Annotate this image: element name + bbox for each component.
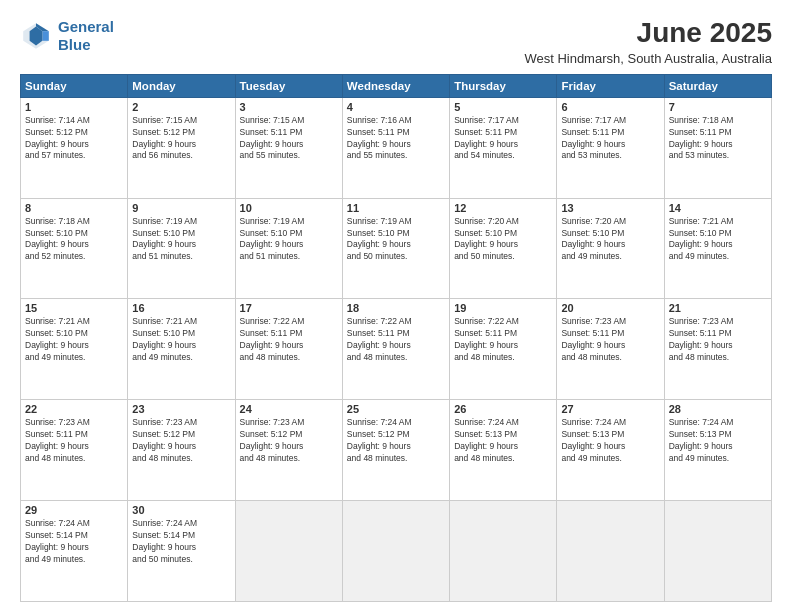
day-number: 19 [454, 302, 552, 314]
day-cell-28: 28Sunrise: 7:24 AM Sunset: 5:13 PM Dayli… [664, 400, 771, 501]
day-cell-26: 26Sunrise: 7:24 AM Sunset: 5:13 PM Dayli… [450, 400, 557, 501]
day-cell-24: 24Sunrise: 7:23 AM Sunset: 5:12 PM Dayli… [235, 400, 342, 501]
day-info: Sunrise: 7:21 AM Sunset: 5:10 PM Dayligh… [132, 316, 230, 364]
logo-line1: General [58, 18, 114, 35]
day-info: Sunrise: 7:24 AM Sunset: 5:13 PM Dayligh… [561, 417, 659, 465]
empty-cell [235, 501, 342, 602]
day-info: Sunrise: 7:21 AM Sunset: 5:10 PM Dayligh… [25, 316, 123, 364]
week-row-2: 8Sunrise: 7:18 AM Sunset: 5:10 PM Daylig… [21, 198, 772, 299]
day-info: Sunrise: 7:23 AM Sunset: 5:11 PM Dayligh… [669, 316, 767, 364]
header: General Blue June 2025 West Hindmarsh, S… [20, 18, 772, 66]
day-info: Sunrise: 7:15 AM Sunset: 5:11 PM Dayligh… [240, 115, 338, 163]
day-cell-13: 13Sunrise: 7:20 AM Sunset: 5:10 PM Dayli… [557, 198, 664, 299]
day-cell-7: 7Sunrise: 7:18 AM Sunset: 5:11 PM Daylig… [664, 97, 771, 198]
month-title: June 2025 [524, 18, 772, 49]
week-row-3: 15Sunrise: 7:21 AM Sunset: 5:10 PM Dayli… [21, 299, 772, 400]
day-number: 2 [132, 101, 230, 113]
day-info: Sunrise: 7:19 AM Sunset: 5:10 PM Dayligh… [347, 216, 445, 264]
day-info: Sunrise: 7:24 AM Sunset: 5:14 PM Dayligh… [132, 518, 230, 566]
day-number: 12 [454, 202, 552, 214]
day-info: Sunrise: 7:23 AM Sunset: 5:11 PM Dayligh… [561, 316, 659, 364]
week-row-1: 1Sunrise: 7:14 AM Sunset: 5:12 PM Daylig… [21, 97, 772, 198]
logo-icon [20, 20, 52, 52]
weekday-header-thursday: Thursday [450, 74, 557, 97]
day-cell-3: 3Sunrise: 7:15 AM Sunset: 5:11 PM Daylig… [235, 97, 342, 198]
day-info: Sunrise: 7:24 AM Sunset: 5:14 PM Dayligh… [25, 518, 123, 566]
day-cell-23: 23Sunrise: 7:23 AM Sunset: 5:12 PM Dayli… [128, 400, 235, 501]
day-number: 22 [25, 403, 123, 415]
day-number: 20 [561, 302, 659, 314]
day-number: 29 [25, 504, 123, 516]
day-cell-15: 15Sunrise: 7:21 AM Sunset: 5:10 PM Dayli… [21, 299, 128, 400]
day-cell-27: 27Sunrise: 7:24 AM Sunset: 5:13 PM Dayli… [557, 400, 664, 501]
empty-cell [557, 501, 664, 602]
day-cell-30: 30Sunrise: 7:24 AM Sunset: 5:14 PM Dayli… [128, 501, 235, 602]
day-info: Sunrise: 7:24 AM Sunset: 5:13 PM Dayligh… [454, 417, 552, 465]
day-number: 14 [669, 202, 767, 214]
weekday-header-wednesday: Wednesday [342, 74, 449, 97]
weekday-header-sunday: Sunday [21, 74, 128, 97]
day-cell-6: 6Sunrise: 7:17 AM Sunset: 5:11 PM Daylig… [557, 97, 664, 198]
day-number: 5 [454, 101, 552, 113]
day-info: Sunrise: 7:18 AM Sunset: 5:10 PM Dayligh… [25, 216, 123, 264]
day-cell-9: 9Sunrise: 7:19 AM Sunset: 5:10 PM Daylig… [128, 198, 235, 299]
day-info: Sunrise: 7:23 AM Sunset: 5:12 PM Dayligh… [132, 417, 230, 465]
day-info: Sunrise: 7:22 AM Sunset: 5:11 PM Dayligh… [240, 316, 338, 364]
day-cell-19: 19Sunrise: 7:22 AM Sunset: 5:11 PM Dayli… [450, 299, 557, 400]
day-number: 7 [669, 101, 767, 113]
day-info: Sunrise: 7:17 AM Sunset: 5:11 PM Dayligh… [561, 115, 659, 163]
day-number: 27 [561, 403, 659, 415]
day-cell-18: 18Sunrise: 7:22 AM Sunset: 5:11 PM Dayli… [342, 299, 449, 400]
logo-line2: Blue [58, 36, 91, 53]
day-number: 3 [240, 101, 338, 113]
day-cell-21: 21Sunrise: 7:23 AM Sunset: 5:11 PM Dayli… [664, 299, 771, 400]
day-info: Sunrise: 7:17 AM Sunset: 5:11 PM Dayligh… [454, 115, 552, 163]
day-number: 21 [669, 302, 767, 314]
day-info: Sunrise: 7:24 AM Sunset: 5:12 PM Dayligh… [347, 417, 445, 465]
day-cell-4: 4Sunrise: 7:16 AM Sunset: 5:11 PM Daylig… [342, 97, 449, 198]
day-info: Sunrise: 7:19 AM Sunset: 5:10 PM Dayligh… [132, 216, 230, 264]
logo: General Blue [20, 18, 114, 54]
day-number: 15 [25, 302, 123, 314]
day-cell-14: 14Sunrise: 7:21 AM Sunset: 5:10 PM Dayli… [664, 198, 771, 299]
day-info: Sunrise: 7:23 AM Sunset: 5:12 PM Dayligh… [240, 417, 338, 465]
title-block: June 2025 West Hindmarsh, South Australi… [524, 18, 772, 66]
weekday-header-monday: Monday [128, 74, 235, 97]
day-number: 10 [240, 202, 338, 214]
day-number: 4 [347, 101, 445, 113]
day-number: 11 [347, 202, 445, 214]
day-info: Sunrise: 7:20 AM Sunset: 5:10 PM Dayligh… [561, 216, 659, 264]
svg-marker-2 [42, 31, 48, 41]
day-cell-22: 22Sunrise: 7:23 AM Sunset: 5:11 PM Dayli… [21, 400, 128, 501]
day-info: Sunrise: 7:16 AM Sunset: 5:11 PM Dayligh… [347, 115, 445, 163]
week-row-5: 29Sunrise: 7:24 AM Sunset: 5:14 PM Dayli… [21, 501, 772, 602]
day-number: 25 [347, 403, 445, 415]
logo-text: General Blue [58, 18, 114, 54]
day-cell-5: 5Sunrise: 7:17 AM Sunset: 5:11 PM Daylig… [450, 97, 557, 198]
day-cell-25: 25Sunrise: 7:24 AM Sunset: 5:12 PM Dayli… [342, 400, 449, 501]
day-info: Sunrise: 7:24 AM Sunset: 5:13 PM Dayligh… [669, 417, 767, 465]
day-cell-11: 11Sunrise: 7:19 AM Sunset: 5:10 PM Dayli… [342, 198, 449, 299]
day-number: 9 [132, 202, 230, 214]
day-number: 8 [25, 202, 123, 214]
day-info: Sunrise: 7:20 AM Sunset: 5:10 PM Dayligh… [454, 216, 552, 264]
day-cell-10: 10Sunrise: 7:19 AM Sunset: 5:10 PM Dayli… [235, 198, 342, 299]
day-info: Sunrise: 7:14 AM Sunset: 5:12 PM Dayligh… [25, 115, 123, 163]
calendar-table: SundayMondayTuesdayWednesdayThursdayFrid… [20, 74, 772, 602]
day-cell-8: 8Sunrise: 7:18 AM Sunset: 5:10 PM Daylig… [21, 198, 128, 299]
day-info: Sunrise: 7:23 AM Sunset: 5:11 PM Dayligh… [25, 417, 123, 465]
day-info: Sunrise: 7:22 AM Sunset: 5:11 PM Dayligh… [454, 316, 552, 364]
location-title: West Hindmarsh, South Australia, Austral… [524, 51, 772, 66]
day-number: 6 [561, 101, 659, 113]
day-cell-17: 17Sunrise: 7:22 AM Sunset: 5:11 PM Dayli… [235, 299, 342, 400]
week-row-4: 22Sunrise: 7:23 AM Sunset: 5:11 PM Dayli… [21, 400, 772, 501]
day-number: 1 [25, 101, 123, 113]
weekday-header-friday: Friday [557, 74, 664, 97]
day-number: 30 [132, 504, 230, 516]
day-cell-29: 29Sunrise: 7:24 AM Sunset: 5:14 PM Dayli… [21, 501, 128, 602]
day-number: 23 [132, 403, 230, 415]
weekday-header-row: SundayMondayTuesdayWednesdayThursdayFrid… [21, 74, 772, 97]
empty-cell [450, 501, 557, 602]
day-cell-12: 12Sunrise: 7:20 AM Sunset: 5:10 PM Dayli… [450, 198, 557, 299]
weekday-header-saturday: Saturday [664, 74, 771, 97]
